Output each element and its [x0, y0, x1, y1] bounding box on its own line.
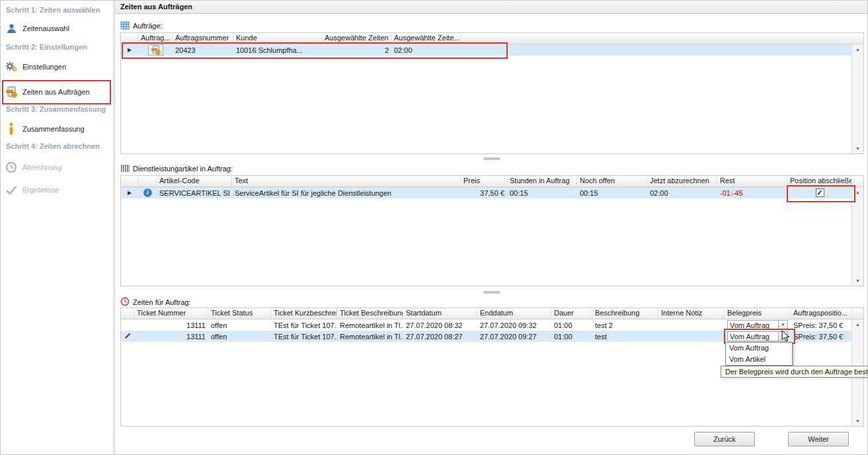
column-header[interactable]: Startdatum — [403, 308, 477, 319]
service-articles-icon — [120, 164, 130, 174]
cell-noch-offen: 00:15 — [577, 189, 647, 197]
step1-header: Schritt 1: Zeiten auswählen — [6, 6, 100, 14]
cell-ticket-nummer: 13111 — [134, 321, 208, 329]
articles-header-row: Artikel-Code Text Preis Stunden in Auftr… — [121, 176, 863, 187]
column-header[interactable]: Auftragspositio... — [791, 308, 852, 319]
dropdown-option-vom-artikel[interactable]: Vom Artikel — [726, 354, 792, 365]
orders-table-icon — [120, 21, 130, 31]
splitter-handle[interactable] — [483, 157, 500, 160]
app-window: Schritt 1: Zeiten auswählen Zeitenauswah… — [0, 0, 868, 455]
cell-kunde: 10016 Schlumpfha... — [233, 46, 322, 54]
checkbox-checked-icon: ✓ — [816, 189, 822, 196]
cell-artikel-code: SERVICEARTIKEL SI — [157, 189, 232, 197]
articles-grid-body: ▶ i SERVICEARTIKEL SI ServiceArtikel für… — [121, 187, 852, 286]
column-header[interactable]: Ausgewählte Zeiten — [322, 33, 391, 44]
column-header[interactable]: Kunde — [233, 33, 322, 44]
column-header[interactable]: Position abschließen — [787, 176, 852, 186]
dropdown-option-vom-auftrag[interactable]: Vom Auftrag — [726, 343, 792, 354]
column-header[interactable]: Auftragsnummer — [173, 33, 233, 44]
column-header[interactable]: Jetzt abzurechnen — [647, 176, 717, 186]
column-header[interactable]: Artikel-Code — [157, 176, 232, 186]
article-row[interactable]: ▶ i SERVICEARTIKEL SI ServiceArtikel für… — [121, 187, 852, 198]
sidebar-item-zeiten-aus-auftraegen[interactable]: Zeiten aus Aufträgen — [5, 83, 109, 101]
cell-preis: 37,50 € — [461, 189, 507, 197]
scroll-down-button[interactable]: ▼ — [852, 416, 863, 426]
times-header-row: Ticket Nummer Ticket Status Ticket Kurzb… — [121, 308, 863, 319]
scroll-down-button[interactable]: ▼ — [852, 144, 863, 153]
scroll-down-button[interactable]: ▼ — [852, 276, 863, 286]
scroll-up-button[interactable]: ▲ — [852, 187, 863, 197]
orders-grid-body: ▶ 20423 10016 Schlumpfha... 2 02:00 — [121, 44, 852, 153]
splitter-handle[interactable] — [483, 291, 500, 294]
clock-icon — [5, 161, 18, 174]
back-button[interactable]: Zurück — [694, 432, 755, 446]
belegpreis-combobox[interactable]: Vom Auftrag ▼ — [727, 320, 788, 330]
cell-ticket-nummer: 13111 — [134, 333, 208, 341]
cell-enddatum: 27.07.2020 09:27 — [477, 333, 551, 341]
column-header[interactable]: Text — [232, 176, 461, 186]
time-row[interactable]: 13111 offen TEst für Ticket 107... Remot… — [121, 331, 852, 342]
sidebar-item-zeitenauswahl[interactable]: Zeitenauswahl — [5, 19, 109, 38]
column-header[interactable]: Auftrag... — [138, 33, 173, 44]
order-row[interactable]: ▶ 20423 10016 Schlumpfha... 2 02:00 — [121, 44, 852, 56]
cell-text: ServiceArtikel für SI für jegliche Diens… — [232, 189, 461, 197]
order-icon-cell — [138, 44, 173, 56]
column-header-selector — [121, 33, 138, 44]
sidebar-item-label: Zeiten aus Aufträgen — [22, 88, 90, 96]
tooltip: Der Belegpreis wird durch den Auftrage b… — [721, 366, 868, 378]
info-icon — [5, 122, 18, 136]
step3-header: Schritt 3: Zusammenfassung — [6, 105, 106, 113]
articles-grid: Artikel-Code Text Preis Stunden in Auftr… — [120, 175, 864, 286]
times-section-title: Zeiten für Auftrag: — [133, 298, 190, 306]
order-icon[interactable] — [148, 44, 163, 56]
info-circle-icon[interactable]: i — [143, 188, 152, 197]
step2-header: Schritt 2: Einstellungen — [6, 43, 87, 51]
cell-auftragsposition: SPreis: 37,50 € — [791, 333, 852, 341]
column-header[interactable]: Rest — [717, 176, 787, 186]
column-header[interactable]: Ticket Kurzbeschrei... — [271, 308, 337, 319]
step4-header: Schritt 4: Zeiten abrechnen — [6, 142, 100, 150]
column-header-icon — [138, 176, 157, 186]
sidebar-item-einstellungen[interactable]: Einstellungen — [5, 58, 109, 76]
cell-belegpreis: Vom Auftrag ▼ — [725, 331, 791, 341]
column-header[interactable]: Ticket Beschreibung — [337, 308, 403, 319]
column-header[interactable]: Interne Notiz — [658, 308, 725, 319]
row-selector-cell: ▶ — [121, 190, 138, 196]
column-header[interactable]: Ausgewählte Zeite... — [391, 33, 461, 44]
column-header[interactable]: Enddatum — [477, 308, 551, 319]
column-header[interactable]: Stunden in Auftrag — [507, 176, 577, 186]
chevron-down-icon[interactable]: ▼ — [778, 332, 787, 341]
scroll-up-button[interactable]: ▲ — [852, 319, 863, 329]
vertical-scrollbar[interactable]: ▲ ▼ — [851, 187, 863, 286]
main-panel: Zeiten aus Aufträgen Aufträge: Auftrag..… — [114, 1, 868, 455]
orders-section-title: Aufträge: — [133, 22, 163, 30]
row-selector-cell — [121, 332, 134, 341]
column-header-selector — [121, 308, 134, 319]
cell-ticket-kurzbeschreibung: TEst für Ticket 107... — [271, 333, 337, 341]
cell-ticket-status: offen — [208, 333, 271, 341]
next-button[interactable]: Weiter — [788, 432, 849, 446]
orders-section-label: Aufträge: — [120, 21, 163, 31]
cell-beschreibung: test 2 — [592, 321, 658, 329]
column-header[interactable]: Ticket Nummer — [134, 308, 208, 319]
sidebar-item-label: Zeitenauswahl — [22, 24, 69, 32]
column-header[interactable]: Preis — [461, 176, 507, 186]
column-header[interactable]: Ticket Status — [208, 308, 271, 319]
sidebar-item-zusammenfassung[interactable]: Zusammenfassung — [5, 120, 109, 138]
cell-beschreibung: test — [592, 333, 658, 341]
scroll-up-button[interactable]: ▲ — [852, 44, 863, 54]
cell-ticket-kurzbeschreibung: TEst für Ticket 107... — [271, 321, 337, 329]
column-header[interactable]: Dauer — [551, 308, 592, 319]
articles-section-label: Dienstleistungartikel in Auftrag: — [120, 163, 233, 174]
column-header[interactable]: Noch offen — [577, 176, 647, 186]
position-abschliessen-checkbox[interactable]: ✓ — [816, 188, 824, 197]
sidebar-item-label: Ergebnisse — [22, 186, 59, 194]
column-header[interactable]: Belegpreis — [725, 308, 791, 319]
chevron-down-icon[interactable]: ▼ — [778, 321, 787, 329]
column-header[interactable]: Beschreibung — [592, 308, 658, 319]
time-row[interactable]: 13111 offen TEst für Ticket 107... Remot… — [121, 319, 852, 331]
belegpreis-combobox-open[interactable]: Vom Auftrag ▼ — [727, 331, 788, 341]
gears-icon — [5, 60, 18, 73]
vertical-scrollbar[interactable]: ▲ ▼ — [851, 44, 863, 153]
sidebar-item-label: Einstellungen — [22, 63, 66, 71]
